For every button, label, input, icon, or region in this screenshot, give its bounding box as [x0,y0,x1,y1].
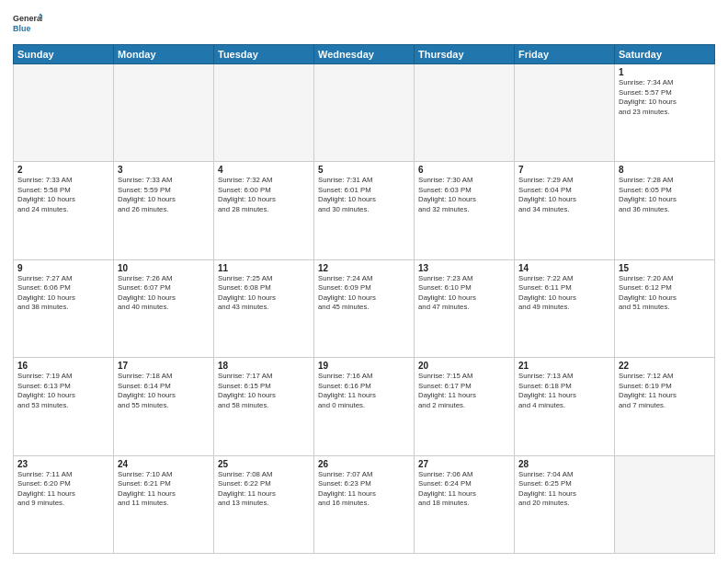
day-number: 6 [418,165,510,175]
calendar-cell: 10Sunrise: 7:26 AMSunset: 6:07 PMDayligh… [114,259,214,357]
logo: General Blue [13,9,42,39]
day-info: Sunrise: 7:33 AMSunset: 5:59 PMDaylight:… [118,176,210,214]
day-info: Sunrise: 7:24 AMSunset: 6:09 PMDaylight:… [318,274,410,313]
calendar-cell: 6Sunrise: 7:30 AMSunset: 6:03 PMDaylight… [415,162,515,259]
header: General Blue [13,9,715,39]
calendar-cell: 26Sunrise: 7:07 AMSunset: 6:23 PMDayligh… [314,455,415,553]
day-number: 21 [518,361,610,371]
calendar-cell: 3Sunrise: 7:33 AMSunset: 5:59 PMDaylight… [114,162,214,259]
day-info: Sunrise: 7:27 AMSunset: 6:06 PMDaylight:… [17,274,109,313]
calendar-week-5: 23Sunrise: 7:11 AMSunset: 6:20 PMDayligh… [14,455,715,553]
calendar-cell: 2Sunrise: 7:33 AMSunset: 5:58 PMDaylight… [14,162,114,259]
calendar-cell: 28Sunrise: 7:04 AMSunset: 6:25 PMDayligh… [515,455,615,553]
calendar-cell: 1Sunrise: 7:34 AMSunset: 5:57 PMDaylight… [615,64,715,162]
day-number: 1 [619,67,711,77]
day-info: Sunrise: 7:28 AMSunset: 6:05 PMDaylight:… [619,176,711,214]
day-info: Sunrise: 7:19 AMSunset: 6:13 PMDaylight:… [17,372,109,410]
day-info: Sunrise: 7:25 AMSunset: 6:08 PMDaylight:… [218,274,310,313]
day-info: Sunrise: 7:26 AMSunset: 6:07 PMDaylight:… [118,274,210,313]
day-info: Sunrise: 7:06 AMSunset: 6:24 PMDaylight:… [418,470,510,509]
day-number: 17 [118,361,210,371]
calendar-cell: 16Sunrise: 7:19 AMSunset: 6:13 PMDayligh… [14,358,114,455]
day-number: 8 [619,165,711,175]
day-info: Sunrise: 7:32 AMSunset: 6:00 PMDaylight:… [218,176,310,214]
day-number: 15 [619,263,711,273]
day-info: Sunrise: 7:18 AMSunset: 6:14 PMDaylight:… [118,372,210,410]
calendar-cell [114,64,214,162]
day-info: Sunrise: 7:11 AMSunset: 6:20 PMDaylight:… [17,470,109,509]
logo-svg: General Blue [13,9,42,39]
day-info: Sunrise: 7:31 AMSunset: 6:01 PMDaylight:… [318,176,410,214]
day-info: Sunrise: 7:17 AMSunset: 6:15 PMDaylight:… [218,372,310,410]
day-number: 5 [318,165,410,175]
col-header-monday: Monday [114,45,214,64]
col-header-sunday: Sunday [14,45,114,64]
svg-text:Blue: Blue [13,24,30,33]
day-number: 2 [17,165,109,175]
day-number: 26 [318,459,410,469]
calendar-week-1: 1Sunrise: 7:34 AMSunset: 5:57 PMDaylight… [14,64,715,162]
calendar-cell: 7Sunrise: 7:29 AMSunset: 6:04 PMDaylight… [515,162,615,259]
day-number: 24 [118,459,210,469]
calendar-header-row: SundayMondayTuesdayWednesdayThursdayFrid… [14,45,715,64]
col-header-tuesday: Tuesday [214,45,314,64]
day-number: 3 [118,165,210,175]
calendar-cell: 9Sunrise: 7:27 AMSunset: 6:06 PMDaylight… [14,259,114,357]
calendar-cell: 5Sunrise: 7:31 AMSunset: 6:01 PMDaylight… [314,162,415,259]
svg-text:General: General [13,14,42,23]
day-number: 27 [418,459,510,469]
day-info: Sunrise: 7:10 AMSunset: 6:21 PMDaylight:… [118,470,210,509]
calendar-cell: 25Sunrise: 7:08 AMSunset: 6:22 PMDayligh… [214,455,314,553]
day-info: Sunrise: 7:30 AMSunset: 6:03 PMDaylight:… [418,176,510,214]
col-header-thursday: Thursday [415,45,515,64]
calendar-cell: 18Sunrise: 7:17 AMSunset: 6:15 PMDayligh… [214,358,314,455]
calendar-cell [615,455,715,553]
calendar-cell: 8Sunrise: 7:28 AMSunset: 6:05 PMDaylight… [615,162,715,259]
calendar-cell: 13Sunrise: 7:23 AMSunset: 6:10 PMDayligh… [415,259,515,357]
day-number: 9 [17,263,109,273]
calendar-cell: 15Sunrise: 7:20 AMSunset: 6:12 PMDayligh… [615,259,715,357]
calendar-cell: 17Sunrise: 7:18 AMSunset: 6:14 PMDayligh… [114,358,214,455]
calendar-cell: 4Sunrise: 7:32 AMSunset: 6:00 PMDaylight… [214,162,314,259]
day-number: 7 [518,165,610,175]
day-info: Sunrise: 7:22 AMSunset: 6:11 PMDaylight:… [518,274,610,313]
calendar-cell: 23Sunrise: 7:11 AMSunset: 6:20 PMDayligh… [14,455,114,553]
calendar-cell [14,64,114,162]
day-info: Sunrise: 7:34 AMSunset: 5:57 PMDaylight:… [619,78,711,117]
calendar-table: SundayMondayTuesdayWednesdayThursdayFrid… [13,44,715,554]
day-number: 28 [518,459,610,469]
day-number: 10 [118,263,210,273]
calendar-cell: 27Sunrise: 7:06 AMSunset: 6:24 PMDayligh… [415,455,515,553]
day-info: Sunrise: 7:16 AMSunset: 6:16 PMDaylight:… [318,372,410,410]
day-number: 16 [17,361,109,371]
calendar-cell: 22Sunrise: 7:12 AMSunset: 6:19 PMDayligh… [615,358,715,455]
calendar-cell: 11Sunrise: 7:25 AMSunset: 6:08 PMDayligh… [214,259,314,357]
calendar-cell: 21Sunrise: 7:13 AMSunset: 6:18 PMDayligh… [515,358,615,455]
day-info: Sunrise: 7:07 AMSunset: 6:23 PMDaylight:… [318,470,410,509]
day-number: 20 [418,361,510,371]
calendar-week-2: 2Sunrise: 7:33 AMSunset: 5:58 PMDaylight… [14,162,715,259]
calendar-cell [314,64,415,162]
day-info: Sunrise: 7:33 AMSunset: 5:58 PMDaylight:… [17,176,109,214]
day-info: Sunrise: 7:04 AMSunset: 6:25 PMDaylight:… [518,470,610,509]
day-number: 23 [17,459,109,469]
calendar-cell: 24Sunrise: 7:10 AMSunset: 6:21 PMDayligh… [114,455,214,553]
day-number: 22 [619,361,711,371]
day-number: 18 [218,361,310,371]
day-info: Sunrise: 7:15 AMSunset: 6:17 PMDaylight:… [418,372,510,410]
col-header-saturday: Saturday [615,45,715,64]
day-number: 13 [418,263,510,273]
calendar-cell [415,64,515,162]
day-number: 12 [318,263,410,273]
page: General Blue SundayMondayTuesdayWednesda… [0,0,728,563]
day-info: Sunrise: 7:08 AMSunset: 6:22 PMDaylight:… [218,470,310,509]
day-number: 19 [318,361,410,371]
day-info: Sunrise: 7:13 AMSunset: 6:18 PMDaylight:… [518,372,610,410]
calendar-week-4: 16Sunrise: 7:19 AMSunset: 6:13 PMDayligh… [14,358,715,455]
day-info: Sunrise: 7:29 AMSunset: 6:04 PMDaylight:… [518,176,610,214]
day-number: 25 [218,459,310,469]
day-info: Sunrise: 7:12 AMSunset: 6:19 PMDaylight:… [619,372,711,410]
col-header-wednesday: Wednesday [314,45,415,64]
calendar-cell: 12Sunrise: 7:24 AMSunset: 6:09 PMDayligh… [314,259,415,357]
calendar-cell [515,64,615,162]
